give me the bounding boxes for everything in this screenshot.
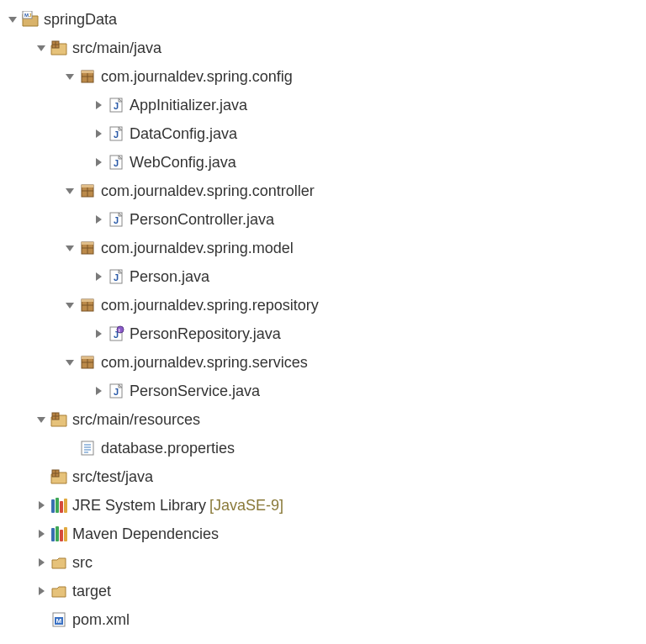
tree-item-jre-library[interactable]: JRE System Library [JavaSE-9] [0,491,646,520]
tree-item-label: com.journaldev.spring.config [101,69,293,84]
java-file-icon [108,154,124,171]
package-icon [79,68,96,85]
disclosure-collapsed-icon[interactable] [91,155,106,170]
java-file-icon [108,268,124,285]
disclosure-collapsed-icon[interactable] [34,583,49,599]
tree-item-properties-file[interactable]: database.properties [0,434,646,462]
tree-item-package-services[interactable]: com.journaldev.spring.services [0,348,646,377]
tree-item-src-main-java[interactable]: src/main/java [0,34,646,62]
tree-item-package-model[interactable]: com.journaldev.spring.model [0,234,646,262]
tree-item-label: src/test/java [72,469,153,484]
disclosure-collapsed-icon[interactable] [91,383,106,399]
tree-item-label: pom.xml [72,612,130,627]
tree-item-package-controller[interactable]: com.journaldev.spring.controller [0,177,646,205]
tree-item-java-file[interactable]: WebConfig.java [0,148,646,177]
disclosure-collapsed-icon[interactable] [34,555,49,570]
tree-item-label: Person.java [130,269,209,284]
tree-item-label: database.properties [101,441,235,456]
tree-item-label: src/main/resources [72,412,200,427]
library-icon [50,525,67,542]
disclosure-expanded-icon[interactable] [62,298,77,313]
folder-icon [50,583,67,599]
disclosure-collapsed-icon[interactable] [91,269,106,284]
tree-item-label: com.journaldev.spring.repository [101,298,319,313]
disclosure-collapsed-icon[interactable] [91,98,106,113]
disclosure-expanded-icon[interactable] [5,12,20,27]
java-interface-file-icon [108,325,124,342]
tree-item-label: src/main/java [72,40,162,55]
tree-item-label: PersonService.java [130,383,260,399]
disclosure-expanded-icon[interactable] [62,69,77,84]
tree-item-java-file[interactable]: PersonService.java [0,377,646,405]
source-folder-icon [50,468,67,485]
package-icon [79,240,96,256]
tree-item-src-test-java[interactable]: src/test/java [0,462,646,491]
tree-item-src-folder[interactable]: src [0,548,646,577]
tree-item-java-file[interactable]: PersonController.java [0,205,646,234]
tree-item-java-file[interactable]: DataConfig.java [0,119,646,148]
tree-item-maven-dependencies[interactable]: Maven Dependencies [0,520,646,548]
tree-item-label: src [72,555,93,570]
tree-item-project[interactable]: springData [0,5,646,34]
package-icon [79,182,96,199]
disclosure-expanded-icon[interactable] [62,240,77,256]
java-file-icon [108,125,124,142]
source-folder-icon [50,40,67,56]
disclosure-collapsed-icon[interactable] [91,126,106,141]
java-file-icon [108,97,124,113]
disclosure-collapsed-icon[interactable] [34,526,49,541]
tree-item-target-folder[interactable]: target [0,577,646,605]
tree-item-label: PersonController.java [130,212,274,227]
tree-item-label: com.journaldev.spring.services [101,355,308,370]
properties-file-icon [79,440,96,457]
disclosure-expanded-icon[interactable] [34,412,49,427]
disclosure-collapsed-icon[interactable] [91,212,106,227]
tree-item-java-file[interactable]: PersonRepository.java [0,319,646,348]
tree-item-label: com.journaldev.spring.model [101,240,294,256]
tree-item-label: target [72,583,111,599]
disclosure-expanded-icon[interactable] [62,183,77,198]
tree-item-label: AppInitializer.java [130,98,247,113]
tree-item-java-file[interactable]: Person.java [0,262,646,291]
tree-item-pom-xml[interactable]: pom.xml [0,605,646,634]
maven-pom-icon [50,611,67,628]
tree-item-package-repository[interactable]: com.journaldev.spring.repository [0,291,646,319]
source-folder-icon [50,411,67,428]
tree-item-label: PersonRepository.java [130,326,281,341]
tree-item-label: DataConfig.java [130,126,237,141]
disclosure-expanded-icon[interactable] [34,40,49,55]
disclosure-collapsed-icon[interactable] [34,498,49,513]
tree-item-java-file[interactable]: AppInitializer.java [0,91,646,119]
tree-item-label: JRE System Library [72,498,206,513]
disclosure-collapsed-icon[interactable] [91,326,106,341]
tree-item-src-main-resources[interactable]: src/main/resources [0,405,646,434]
package-icon [79,297,96,314]
tree-item-label: com.journaldev.spring.controller [101,183,315,198]
tree-item-label: springData [44,12,117,27]
project-icon [22,11,39,28]
tree-item-decorator: [JavaSE-9] [209,498,283,513]
tree-item-package-config[interactable]: com.journaldev.spring.config [0,62,646,91]
tree-item-label: Maven Dependencies [72,526,219,541]
library-icon [50,497,67,514]
package-icon [79,354,96,371]
tree-item-label: WebConfig.java [130,155,236,170]
java-file-icon [108,383,124,399]
disclosure-expanded-icon[interactable] [62,355,77,370]
folder-icon [50,554,67,571]
java-file-icon [108,211,124,228]
